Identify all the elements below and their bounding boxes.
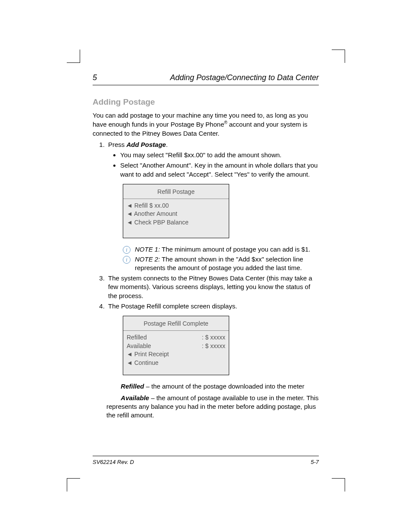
screen2-opt-continue: ◄ Continue (127, 359, 225, 367)
chapter-number: 5 (93, 73, 97, 82)
crop-mark (67, 478, 80, 492)
step1-suffix: . (166, 141, 168, 148)
crop-mark (332, 50, 345, 63)
info-icon: i (123, 256, 131, 264)
crop-mark (67, 50, 80, 63)
screen2-opt-print: ◄ Print Receipt (127, 350, 225, 359)
note1-text: The minimum amount of postage you can ad… (160, 246, 310, 253)
screen1-opt-another: ◄ Another Amount (127, 210, 225, 218)
chapter-title: Adding Postage/Connecting to Data Center (170, 73, 319, 82)
step1-bullet1: You may select "Refill $xx.00" to add th… (120, 151, 319, 159)
intro-paragraph: You can add postage to your machine any … (93, 111, 319, 138)
step-1: Press Add Postage. You may select "Refil… (106, 140, 319, 272)
screen1-opt-check-balance: ◄ Check PBP Balance (127, 218, 225, 227)
crop-mark (332, 478, 345, 492)
note-2: i NOTE 2: The amount shown in the "Add $… (123, 255, 319, 273)
step-3: The system connects to the Pitney Bowes … (106, 274, 319, 300)
section-title: Adding Postage (93, 97, 319, 107)
note-1: i NOTE 1: The minimum amount of postage … (123, 245, 319, 254)
screen2-available-label: Available (127, 342, 151, 351)
screen2-title: Postage Refill Complete (123, 316, 229, 331)
registered-mark: ® (224, 120, 227, 125)
page-footer: SV62214 Rev. D 5-7 (93, 456, 319, 465)
refill-complete-screen: Postage Refill Complete Refilled : $ xxx… (123, 316, 229, 375)
def-refilled: Refilled – the amount of the postage dow… (106, 382, 319, 391)
step1-prefix: Press (108, 141, 127, 148)
def1-term: Refilled (121, 383, 144, 390)
screen2-refilled-label: Refilled (127, 333, 147, 342)
note2-label: NOTE 2: (135, 255, 160, 263)
refill-postage-screen: Refill Postage ◄ Refill $ xx.00 ◄ Anothe… (123, 184, 229, 239)
chapter-header: 5 Adding Postage/Connecting to Data Cent… (93, 73, 319, 85)
def2-term: Available (121, 394, 149, 401)
note1-label: NOTE 1: (135, 246, 160, 253)
screen2-refilled-value: : $ xxxxx (202, 333, 225, 342)
screen2-available-value: : $ xxxxx (202, 342, 225, 351)
footer-page: 5-7 (311, 459, 319, 465)
step-4: The Postage Refill complete screen displ… (106, 302, 319, 376)
info-icon: i (123, 246, 131, 254)
screen1-title: Refill Postage (123, 184, 229, 199)
def-available: Available – the amount of postage availa… (106, 394, 319, 420)
screen1-opt-refill: ◄ Refill $ xx.00 (127, 202, 225, 210)
step1-bullet2: Select "Another Amount". Key in the amou… (120, 161, 319, 179)
add-postage-button-ref: Add Postage (127, 141, 166, 148)
step4-text: The Postage Refill complete screen displ… (108, 302, 237, 310)
note2-text: The amount shown in the "Add $xx" select… (135, 255, 303, 271)
footer-rev: SV62214 Rev. D (93, 459, 134, 465)
def1-text: – the amount of the postage downloaded i… (144, 383, 305, 390)
